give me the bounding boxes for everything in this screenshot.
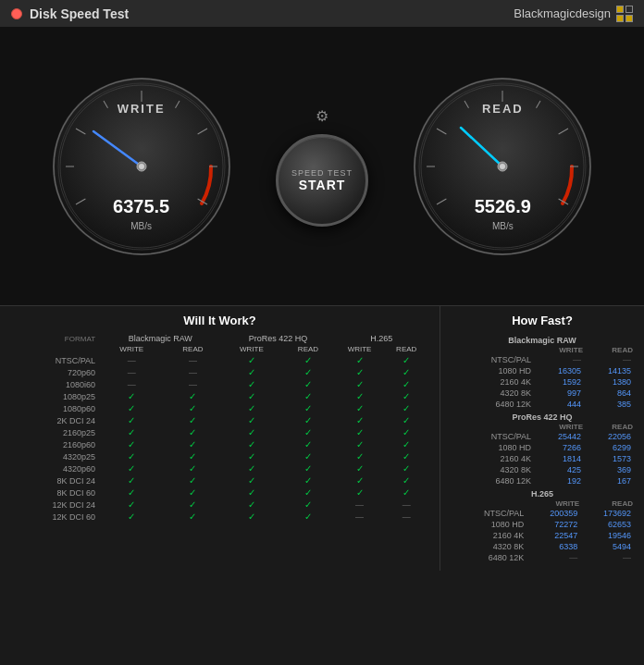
check-cell: ✓ xyxy=(281,378,334,390)
check-icon: ✓ xyxy=(356,475,364,486)
hf-read-value: — xyxy=(579,552,633,563)
bmd-sq-1 xyxy=(616,6,624,13)
how-fast-title: How Fast? xyxy=(452,314,633,327)
hf-row-label: 2160 4K xyxy=(452,376,533,388)
check-cell: ✓ xyxy=(281,511,334,523)
hf-group-name: Blackmagic RAW xyxy=(452,333,633,346)
write-label: WRITE xyxy=(49,102,234,116)
prores-write-header: WRITE xyxy=(221,344,281,354)
check-icon: ✓ xyxy=(402,415,410,425)
check-cell: ✓ xyxy=(335,354,385,366)
table-row: NTSC/PAL——✓✓✓✓ xyxy=(11,354,428,366)
hf-write-header: WRITE xyxy=(526,499,579,508)
check-cell: ✓ xyxy=(384,438,428,450)
hf-read-value: 385 xyxy=(583,399,633,410)
check-icon: ✓ xyxy=(356,487,364,498)
hf-read-value: 22056 xyxy=(583,431,633,442)
hf-empty-header xyxy=(452,423,533,431)
check-icon: ✓ xyxy=(304,487,312,498)
check-cell: ✓ xyxy=(99,414,164,426)
data-section: Will It Work? FORMAT Blackmagic RAW ProR… xyxy=(0,305,644,571)
check-icon: ✓ xyxy=(248,475,255,486)
check-cell: ✓ xyxy=(99,390,164,402)
check-icon: ✓ xyxy=(402,439,410,449)
check-icon: ✓ xyxy=(304,475,312,486)
check-cell: — xyxy=(164,366,221,378)
bmd-sq-2 xyxy=(625,6,633,13)
hf-write-value: 72272 xyxy=(526,519,579,530)
start-button-line2: START xyxy=(299,178,346,192)
hf-read-value: 1573 xyxy=(583,453,633,464)
format-cell: 12K DCI 24 xyxy=(11,499,99,511)
format-cell: 4320p25 xyxy=(11,450,99,462)
check-cell: ✓ xyxy=(335,426,385,438)
hf-empty-header xyxy=(452,346,533,354)
check-cell: ✓ xyxy=(384,450,428,462)
check-icon: ✓ xyxy=(128,463,135,474)
check-cell: ✓ xyxy=(99,474,164,486)
brand-name: Blackmagicdesign xyxy=(514,6,611,20)
h265-write-header: WRITE xyxy=(335,344,385,354)
check-cell: ✓ xyxy=(221,438,281,450)
check-icon: ✓ xyxy=(248,451,255,462)
check-cell: ✓ xyxy=(164,511,221,523)
check-cell: ✓ xyxy=(99,511,164,523)
check-icon: ✓ xyxy=(189,391,196,401)
check-icon: ✓ xyxy=(128,439,135,449)
check-icon: ✓ xyxy=(248,487,255,498)
gauges-section: WRITE 6375.5 MB/s ⚙ SPEED TEST START xyxy=(0,28,644,305)
check-cell: ✓ xyxy=(221,450,281,462)
check-cell: ✓ xyxy=(99,462,164,474)
hf-write-value: 1592 xyxy=(533,376,583,388)
check-cell: ✓ xyxy=(221,414,281,426)
check-cell: ✓ xyxy=(335,486,385,499)
check-icon: ✓ xyxy=(304,427,312,437)
bmd-sq-4 xyxy=(625,15,633,22)
check-cell: ✓ xyxy=(281,390,334,402)
hf-data-row: 4320 8K425369 xyxy=(452,464,633,475)
hf-row-label: 6480 12K xyxy=(452,552,526,563)
check-cell: — xyxy=(99,378,164,390)
check-cell: ✓ xyxy=(281,462,334,474)
hf-data-row: 1080 HD72666299 xyxy=(452,442,633,453)
settings-icon[interactable]: ⚙ xyxy=(316,107,328,125)
table-row: 8K DCI 24✓✓✓✓✓✓ xyxy=(11,474,428,486)
check-cell: ✓ xyxy=(164,450,221,462)
hf-read-value: 6299 xyxy=(583,442,633,453)
read-label: READ xyxy=(410,102,595,116)
check-cell: ✓ xyxy=(335,414,385,426)
hf-data-row: NTSC/PAL—— xyxy=(452,354,633,365)
check-cell: ✓ xyxy=(384,414,428,426)
hf-write-value: 444 xyxy=(533,399,583,410)
dash-icon: — xyxy=(128,356,136,365)
check-icon: ✓ xyxy=(189,403,196,413)
check-cell: ✓ xyxy=(281,366,334,378)
start-button[interactable]: SPEED TEST START xyxy=(276,134,368,227)
check-icon: ✓ xyxy=(304,499,312,510)
check-cell: ✓ xyxy=(335,462,385,474)
hf-data-row: NTSC/PAL200359173692 xyxy=(452,508,633,519)
hf-read-value: 173692 xyxy=(579,508,633,519)
check-cell: ✓ xyxy=(164,462,221,474)
hf-read-value: 14135 xyxy=(583,365,633,376)
hf-write-value: 192 xyxy=(533,475,583,486)
hf-row-label: 2160 4K xyxy=(452,530,526,541)
hf-write-value: — xyxy=(533,354,583,365)
check-cell: ✓ xyxy=(335,390,385,402)
hf-read-value: 62653 xyxy=(579,519,633,530)
prores-read-header: READ xyxy=(281,344,334,354)
check-cell: — xyxy=(99,366,164,378)
check-icon: ✓ xyxy=(128,511,135,522)
hf-data-row: 4320 8K63385494 xyxy=(452,541,633,552)
hf-row-label: NTSC/PAL xyxy=(452,431,533,442)
check-icon: ✓ xyxy=(356,391,364,401)
format-cell: 12K DCI 60 xyxy=(11,511,99,523)
close-button[interactable] xyxy=(11,8,22,19)
check-icon: ✓ xyxy=(128,475,135,486)
hf-group-name: ProRes 422 HQ xyxy=(452,410,633,423)
check-icon: ✓ xyxy=(248,511,255,522)
check-icon: ✓ xyxy=(304,415,312,425)
format-cell: 8K DCI 60 xyxy=(11,486,99,499)
hf-row-label: 4320 8K xyxy=(452,541,526,552)
start-button-line1: SPEED TEST xyxy=(291,168,353,178)
